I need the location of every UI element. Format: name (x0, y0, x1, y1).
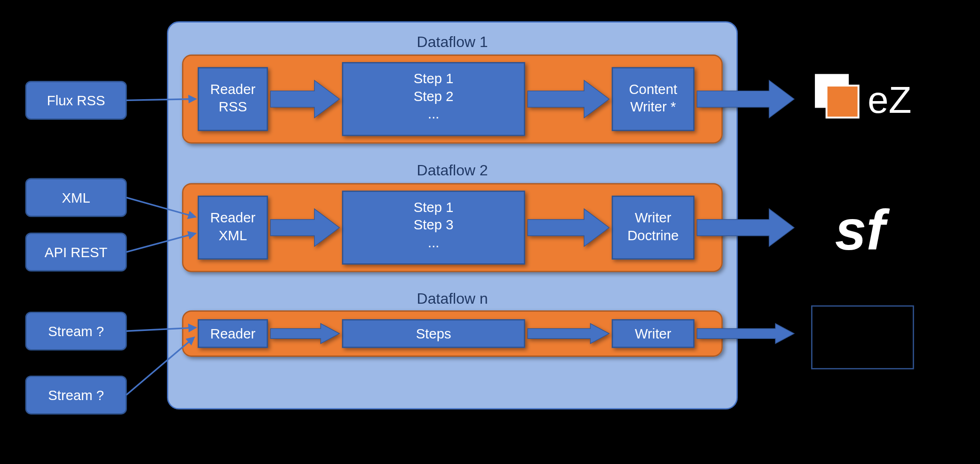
input-fluxrss-label: Flux RSS (47, 93, 105, 108)
input-apirest-label: API REST (45, 244, 108, 260)
input-stream1-label: Stream ? (48, 323, 104, 339)
dataflown-reader-label: Reader (210, 326, 255, 341)
symfony-logo: sf (835, 198, 890, 261)
dataflown-title: Dataflow n (417, 290, 488, 307)
input-xml-label: XML (62, 190, 90, 205)
ez-logo: eZ (812, 68, 948, 126)
dataflow1-title: Dataflow 1 (417, 33, 488, 50)
ez-logo-text: eZ (868, 79, 911, 121)
input-stream2-label: Stream ? (48, 387, 104, 403)
diagram-canvas: Dataflow 1 ReaderRSS Step 1Step 2... Con… (0, 0, 980, 464)
dataflown-writer-label: Writer (635, 326, 672, 341)
output-empty-box (812, 306, 913, 369)
dataflown-steps-label: Steps (416, 326, 451, 341)
svg-text:sf: sf (835, 198, 890, 261)
svg-rect-3 (828, 87, 858, 117)
dataflow2-title: Dataflow 2 (417, 162, 488, 179)
